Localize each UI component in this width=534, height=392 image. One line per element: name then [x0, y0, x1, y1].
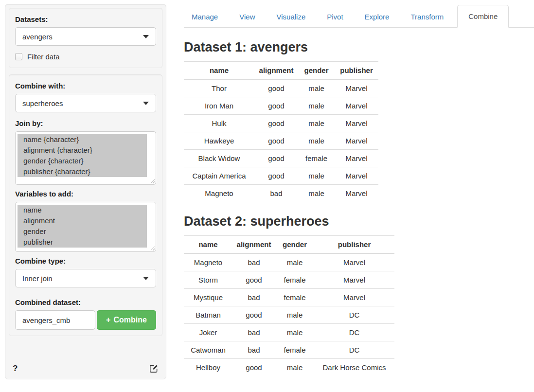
cell: male [298, 115, 335, 132]
datasets-label: Datasets: [15, 15, 156, 23]
cell: Marvel [335, 167, 378, 185]
cell: Marvel [335, 185, 378, 202]
cell: Marvel [314, 271, 394, 289]
column-header: alignment [232, 236, 275, 254]
table-row: Thor good male Marvel [184, 79, 378, 97]
cell: Marvel [314, 289, 394, 306]
table-row: Iron Man good male Marvel [184, 97, 378, 115]
tab-explore[interactable]: Explore [357, 6, 397, 27]
cell: Marvel [335, 79, 378, 97]
cell: male [275, 359, 314, 376]
table-row: Captain America good male Marvel [184, 167, 378, 185]
cell: DC [314, 324, 394, 341]
dataset1-table: name alignment gender publisher Thor goo… [184, 61, 378, 202]
listbox-option[interactable]: name {character} [18, 134, 147, 145]
cell: male [275, 324, 314, 341]
cell: male [298, 185, 335, 202]
cell: bad [232, 324, 275, 341]
listbox-option[interactable]: name [18, 205, 147, 215]
filter-data-checkbox[interactable] [15, 53, 22, 60]
cell: Marvel [335, 97, 378, 115]
cell: female [275, 341, 314, 359]
cell: DC [314, 341, 394, 359]
tab-view[interactable]: View [231, 6, 263, 27]
cell: Hellboy [184, 359, 232, 376]
tab-manage[interactable]: Manage [184, 6, 226, 27]
table-row: Catwoman bad female DC [184, 341, 394, 359]
table-row: Mystique bad female Marvel [184, 289, 394, 306]
combined-dataset-row: +Combine [15, 310, 156, 330]
table-row: Batman good male DC [184, 306, 394, 324]
table-row: Magneto bad male Marvel [184, 253, 394, 271]
variables-to-add-listbox[interactable]: name alignment gender publisher [15, 202, 156, 252]
cell: bad [232, 341, 275, 359]
resize-grip-icon[interactable] [150, 246, 155, 250]
cell: Hulk [184, 115, 254, 132]
dataset2-table: name alignment gender publisher Magneto … [184, 235, 394, 376]
column-header: publisher [335, 62, 378, 80]
table-row: Storm good female Marvel [184, 271, 394, 289]
combine-button-label: Combine [113, 316, 146, 324]
listbox-option[interactable]: gender {character} [18, 156, 147, 166]
tab-visualize[interactable]: Visualize [268, 6, 313, 27]
tab-transform[interactable]: Transform [403, 6, 451, 27]
cell: female [275, 289, 314, 306]
cell: good [254, 132, 298, 150]
cell: Hawkeye [184, 132, 254, 150]
combined-dataset-input[interactable] [15, 310, 95, 330]
cell: Marvel [335, 132, 378, 150]
cell: good [254, 97, 298, 115]
table-row: Hulk good male Marvel [184, 115, 378, 132]
combined-dataset-label: Combined dataset: [15, 298, 156, 306]
listbox-option[interactable]: publisher [18, 237, 147, 248]
datasets-select-value: avengers [22, 33, 53, 41]
datasets-select[interactable]: avengers [15, 27, 156, 46]
cell: Captain America [184, 167, 254, 185]
column-header: gender [298, 62, 335, 80]
combine-with-select[interactable]: superheroes [15, 94, 156, 112]
cell: male [298, 97, 335, 115]
sidebar: Datasets: avengers Filter data Combine w… [5, 4, 166, 379]
combine-with-label: Combine with: [15, 82, 156, 90]
cell: DC [314, 306, 394, 324]
join-by-listbox[interactable]: name {character} alignment {character} g… [15, 131, 156, 185]
tab-pivot[interactable]: Pivot [319, 6, 351, 27]
cell: Magneto [184, 185, 254, 202]
cell: Marvel [335, 115, 378, 132]
cell: Thor [184, 79, 254, 97]
resize-grip-icon[interactable] [150, 178, 155, 183]
cell: male [275, 306, 314, 324]
edit-report-icon[interactable] [149, 364, 159, 374]
column-header: alignment [254, 62, 298, 80]
dataset2-title: Dataset 2: superheroes [184, 214, 534, 229]
datasets-panel: Datasets: avengers Filter data [9, 8, 162, 68]
combine-with-select-value: superheroes [22, 99, 63, 107]
listbox-option[interactable]: gender [18, 226, 147, 237]
join-by-label: Join by: [15, 119, 156, 127]
dataset1-section: Dataset 1: avengers name alignment gende… [184, 40, 534, 202]
listbox-option[interactable]: publisher {character} [18, 166, 147, 177]
nav-tabs: Manage View Visualize Pivot Explore Tran… [184, 4, 534, 28]
combine-button[interactable]: +Combine [97, 310, 156, 330]
chevron-down-icon [143, 102, 149, 105]
cell: Joker [184, 324, 232, 341]
cell: male [298, 132, 335, 150]
tab-combine[interactable]: Combine [457, 5, 509, 28]
combine-panel: Combine with: superheroes Join by: name … [9, 74, 162, 336]
combine-type-select[interactable]: Inner join [15, 269, 156, 287]
cell: bad [254, 185, 298, 202]
cell: good [232, 359, 275, 376]
cell: Marvel [335, 150, 378, 167]
listbox-option[interactable]: alignment {character} [18, 145, 147, 156]
cell: Marvel [314, 253, 394, 271]
main-content: Manage View Visualize Pivot Explore Tran… [184, 0, 534, 392]
cell: good [254, 150, 298, 167]
cell: good [232, 306, 275, 324]
filter-data-row: Filter data [15, 53, 156, 61]
cell: Catwoman [184, 341, 232, 359]
listbox-option[interactable]: alignment [18, 215, 147, 226]
help-icon[interactable]: ? [13, 364, 18, 374]
column-header: name [184, 236, 232, 254]
table-row: Magneto bad male Marvel [184, 185, 378, 202]
chevron-down-icon [143, 277, 149, 280]
